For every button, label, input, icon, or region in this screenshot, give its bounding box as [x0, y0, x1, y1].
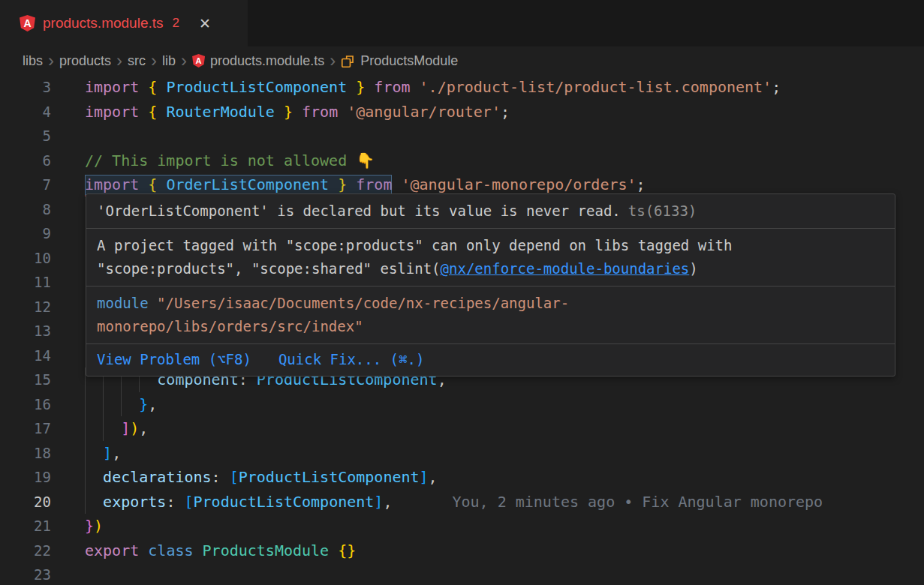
breadcrumb-item-symbol[interactable]: ProductsModule [360, 53, 458, 69]
line-content[interactable]: }, [85, 392, 157, 417]
code-token: : [166, 493, 184, 511]
module-path-part1: "/Users/isaac/Documents/code/nx-recipes/… [157, 295, 569, 311]
line-content[interactable]: declarations: [ProductListComponent], [85, 465, 438, 490]
code-token [293, 103, 302, 121]
code-token: './product-list/product-list.component' [420, 78, 772, 96]
line-content[interactable]: }) [85, 514, 103, 538]
code-line-23[interactable]: 23 [0, 562, 924, 585]
line-number[interactable]: 4 [0, 100, 51, 124]
line-number[interactable]: 6 [0, 148, 51, 173]
breadcrumb-item-libs[interactable]: libs [23, 53, 43, 69]
hover-diagnostics-popup: 'OrderListComponent' is declared but its… [86, 194, 895, 376]
line-content[interactable]: export class ProductsModule {} [85, 538, 356, 563]
close-icon[interactable]: ✕ [199, 15, 211, 32]
code-line-4[interactable]: 4import { RouterModule } from '@angular/… [0, 100, 924, 124]
line-number[interactable]: 9 [0, 221, 51, 246]
code-token: // This import is not allowed 👇 [85, 152, 375, 170]
line-content[interactable]: ]), [85, 416, 148, 441]
code-token: exports [103, 493, 166, 511]
code-token [411, 78, 420, 96]
code-token: class [148, 542, 202, 560]
code-token [85, 395, 139, 413]
code-line-21[interactable]: 21}) [0, 514, 924, 538]
view-problem-action[interactable]: View Problem (⌥F8) [97, 348, 251, 371]
module-keyword: module [97, 295, 149, 311]
line-number[interactable]: 12 [0, 295, 51, 320]
line-number[interactable]: 15 [0, 368, 51, 392]
eslint-rule-link[interactable]: @nx/enforce-module-boundaries [441, 260, 690, 277]
line-number[interactable]: 18 [0, 441, 51, 466]
code-line-22[interactable]: 22export class ProductsModule {} [0, 538, 924, 563]
code-line-20[interactable]: 20 exports: [ProductListComponent],You, … [0, 490, 924, 514]
line-number[interactable]: 5 [0, 124, 51, 148]
breadcrumb-item-products[interactable]: products [59, 53, 111, 69]
breadcrumb-item-src[interactable]: src [128, 53, 146, 69]
line-number[interactable]: 8 [0, 197, 51, 222]
code-token [392, 176, 401, 194]
indent-guide [121, 392, 122, 417]
line-number[interactable]: 20 [0, 490, 51, 514]
code-token: ProductListComponent [239, 468, 420, 486]
chevron-right-icon: › [111, 52, 128, 70]
code-token: RouterModule [157, 103, 284, 121]
class-symbol-icon [341, 54, 355, 68]
tab-products-module-ts[interactable]: A products.module.ts 2 ✕ [0, 0, 248, 46]
line-number[interactable]: 17 [0, 416, 51, 441]
code-line-19[interactable]: 19 declarations: [ProductListComponent], [0, 465, 924, 490]
line-number[interactable]: 16 [0, 392, 51, 417]
code-line-18[interactable]: 18 ], [0, 441, 924, 466]
code-token [85, 444, 103, 462]
line-number[interactable]: 11 [0, 270, 51, 295]
line-number[interactable]: 14 [0, 344, 51, 368]
line-content[interactable]: import { ProductListComponent } from './… [85, 75, 781, 100]
quick-fix-action[interactable]: Quick Fix... (⌘.) [278, 348, 424, 371]
code-line-17[interactable]: 17 ]), [0, 416, 924, 441]
angular-icon: A [192, 54, 205, 68]
eslint-error-section: A project tagged with "scope:products" c… [86, 229, 895, 286]
line-number[interactable]: 13 [0, 319, 51, 344]
code-token: } [356, 78, 365, 96]
line-number[interactable]: 7 [0, 172, 51, 197]
code-line-5[interactable]: 5 [0, 124, 924, 148]
line-number[interactable]: 10 [0, 246, 51, 271]
code-editor[interactable]: 3import { ProductListComponent } from '.… [0, 75, 924, 585]
line-number[interactable]: 23 [0, 562, 51, 585]
code-token: ] [121, 419, 130, 437]
eslint-error-line2-suffix: ) [689, 260, 697, 277]
code-token: declarations [103, 468, 212, 486]
tab-bar: A products.module.ts 2 ✕ [0, 0, 924, 46]
angular-icon: A [20, 15, 35, 32]
code-token: } [284, 103, 293, 121]
breadcrumb-item-file[interactable]: products.module.ts [210, 53, 324, 69]
code-token: ; [501, 103, 510, 121]
line-content[interactable]: exports: [ProductListComponent],You, 2 m… [85, 490, 823, 514]
eslint-error-line2: "scope:products", "scope:shared" eslint(… [97, 257, 884, 280]
indent-guide [85, 392, 86, 417]
line-number[interactable]: 3 [0, 75, 51, 100]
code-token: {} [338, 542, 356, 560]
code-text: // This import is not allowed 👇 [85, 152, 375, 170]
code-token: , [148, 395, 157, 413]
code-token [338, 103, 347, 121]
git-blame-annotation: You, 2 minutes ago • Fix Angular monorep… [452, 493, 823, 511]
code-line-16[interactable]: 16 }, [0, 392, 924, 417]
breadcrumb-item-lib[interactable]: lib [162, 53, 176, 69]
line-number[interactable]: 19 [0, 465, 51, 490]
line-number[interactable]: 21 [0, 514, 51, 538]
eslint-error-line2-prefix: "scope:products", "scope:shared" eslint( [97, 260, 441, 277]
line-content[interactable]: ], [85, 441, 121, 466]
code-token [85, 468, 103, 486]
line-content[interactable]: import { RouterModule } from '@angular/r… [85, 100, 510, 124]
code-token [365, 78, 374, 96]
vscode-window: A products.module.ts 2 ✕ libs › products… [0, 0, 924, 585]
error-highlight-box [85, 175, 392, 195]
line-number[interactable]: 22 [0, 538, 51, 563]
code-token: ProductListComponent [157, 78, 356, 96]
code-line-6[interactable]: 6// This import is not allowed 👇 [0, 148, 924, 173]
code-text: ]), [85, 419, 148, 437]
ts-error-code: ts(6133) [628, 202, 697, 219]
indent-guide [85, 441, 86, 466]
line-content[interactable]: // This import is not allowed 👇 [85, 148, 375, 173]
code-token: [ [184, 493, 193, 511]
code-line-3[interactable]: 3import { ProductListComponent } from '.… [0, 75, 924, 100]
